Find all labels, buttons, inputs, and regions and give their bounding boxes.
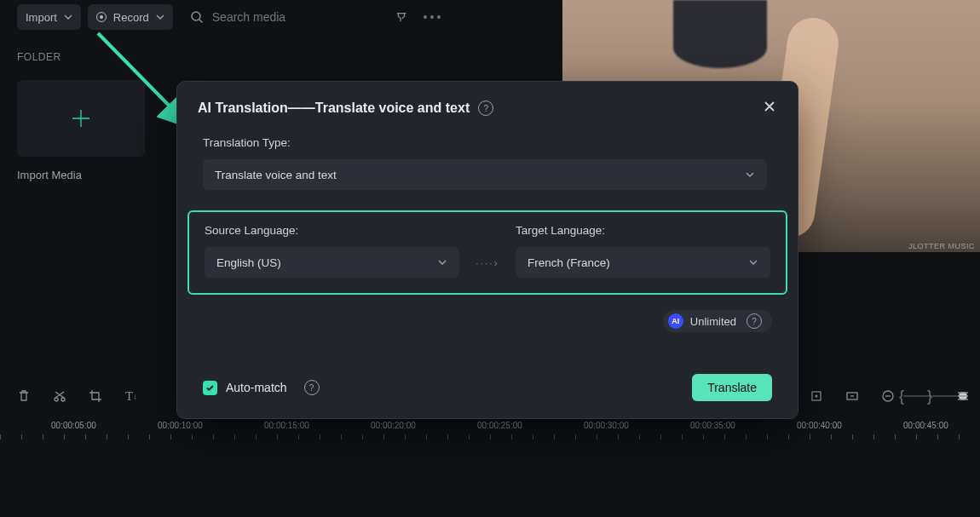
svg-point-4 xyxy=(816,395,818,398)
automatch-checkbox[interactable] xyxy=(203,381,217,395)
translation-type-select[interactable]: Translate voice and text xyxy=(203,159,767,190)
search-icon xyxy=(190,10,204,24)
time-label: 00:00:40:00 xyxy=(797,421,842,430)
time-label: 00:00:15:00 xyxy=(264,421,309,430)
help-icon[interactable]: ? xyxy=(304,380,320,395)
brace-open-icon[interactable]: { xyxy=(899,388,904,405)
time-label: 00:00:35:00 xyxy=(690,421,735,430)
chevron-down-icon xyxy=(156,13,164,21)
import-media-label: Import Media xyxy=(17,169,187,181)
automatch-label: Auto-match xyxy=(226,381,287,394)
chevron-down-icon xyxy=(437,257,447,267)
ai-badge-icon: AI xyxy=(668,313,683,329)
import-label: Import xyxy=(26,11,57,24)
fit-icon[interactable] xyxy=(845,389,859,403)
source-language-value: English (US) xyxy=(216,256,281,269)
plus-icon xyxy=(69,106,93,130)
target-language-value: French (France) xyxy=(527,256,610,269)
trash-icon[interactable] xyxy=(17,389,31,403)
crop-icon[interactable] xyxy=(89,389,102,403)
target-language-label: Target Language: xyxy=(516,224,770,237)
time-label: 00:00:05:00 xyxy=(51,421,96,430)
time-label: 00:00:45:00 xyxy=(903,421,948,430)
preview-watermark: JLOTTER MUSIC xyxy=(908,242,975,250)
filter-icon[interactable] xyxy=(395,10,408,24)
chevron-down-icon xyxy=(748,257,758,267)
ai-translation-modal: AI Translation——Translate voice and text… xyxy=(176,81,798,419)
modal-title: AI Translation——Translate voice and text xyxy=(198,101,470,116)
cut-icon[interactable] xyxy=(53,389,66,403)
target-language-select[interactable]: French (France) xyxy=(516,247,770,278)
time-label: 00:00:20:00 xyxy=(371,421,416,430)
marker-icon[interactable] xyxy=(810,389,823,403)
translation-type-label: Translation Type: xyxy=(203,136,772,149)
unlimited-badge: AI Unlimited ? xyxy=(663,310,772,332)
folder-heading: FOLDER xyxy=(17,51,187,63)
unlimited-label: Unlimited xyxy=(690,315,736,328)
source-language-select[interactable]: English (US) xyxy=(205,247,459,278)
record-icon xyxy=(96,12,107,22)
translate-button[interactable]: Translate xyxy=(692,374,772,401)
time-label: 00:00:25:00 xyxy=(477,421,522,430)
timeline[interactable]: 00:00:05:0000:00:10:0000:00:15:0000:00:2… xyxy=(0,421,980,433)
time-label: 00:00:10:00 xyxy=(158,421,203,430)
translation-type-value: Translate voice and text xyxy=(215,169,337,181)
svg-point-1 xyxy=(55,398,58,401)
language-highlight-box: Source Language: English (US) ····› Targ… xyxy=(187,210,787,295)
list-icon[interactable] xyxy=(956,389,970,403)
svg-point-0 xyxy=(192,12,200,20)
source-language-label: Source Language: xyxy=(205,224,459,237)
time-label: 00:00:30:00 xyxy=(584,421,629,430)
help-icon[interactable]: ? xyxy=(747,313,762,329)
search-placeholder: Search media xyxy=(212,10,285,24)
search-input[interactable]: Search media xyxy=(190,10,285,24)
chevron-down-icon xyxy=(64,13,72,21)
more-icon[interactable] xyxy=(424,15,441,19)
help-icon[interactable]: ? xyxy=(478,101,493,116)
zoom-track[interactable] xyxy=(903,395,963,397)
record-label: Record xyxy=(113,11,149,24)
zoom-out-icon[interactable] xyxy=(881,389,895,403)
svg-point-2 xyxy=(61,398,65,401)
zoom-slider[interactable] xyxy=(881,389,963,403)
arrow-right-icon: ····› xyxy=(475,257,500,278)
close-icon[interactable] xyxy=(762,99,777,118)
brace-close-icon[interactable]: } xyxy=(927,388,932,405)
record-button[interactable]: Record xyxy=(88,4,173,30)
import-media-tile[interactable] xyxy=(17,80,145,157)
text-icon[interactable]: T↓ xyxy=(124,389,138,403)
import-button[interactable]: Import xyxy=(17,4,81,30)
chevron-down-icon xyxy=(745,169,755,180)
